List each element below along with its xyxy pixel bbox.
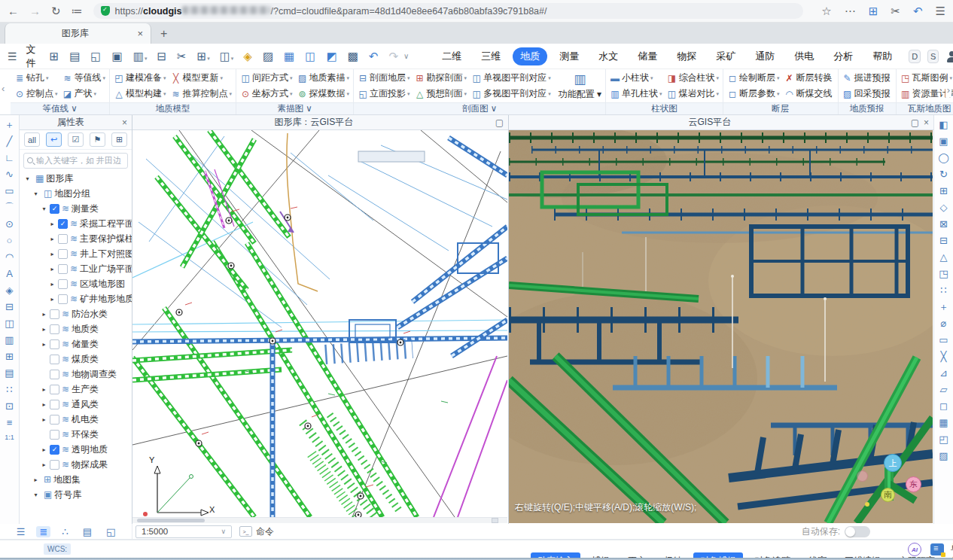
- tree-expand-icon[interactable]: ▾: [32, 492, 39, 498]
- back-icon[interactable]: ←: [8, 5, 19, 17]
- tree-checkbox[interactable]: [58, 264, 68, 274]
- tree-checkbox[interactable]: [58, 249, 68, 259]
- tree-checkbox[interactable]: [58, 234, 68, 244]
- draw-tool-icon[interactable]: ∟: [5, 153, 14, 163]
- quick-access-button[interactable]: ◫: [305, 50, 316, 62]
- menu-tab[interactable]: 供电: [787, 47, 821, 65]
- quick-access-button[interactable]: ▥▾: [133, 50, 148, 62]
- function-config-button[interactable]: ▥功能配置 ▾: [555, 69, 605, 102]
- browser-menu-icon[interactable]: ☰: [936, 5, 945, 17]
- scale-select[interactable]: 1:5000 ∨: [135, 525, 232, 538]
- draw-tool-icon[interactable]: ▥: [5, 335, 14, 345]
- tree-item[interactable]: ▸ ≋ 储量类: [20, 336, 132, 352]
- sidebar-view-button[interactable]: ▤: [80, 526, 95, 537]
- tree-expand-icon[interactable]: ▸: [49, 281, 56, 288]
- tree-item[interactable]: ≋ 环保类: [20, 427, 132, 442]
- tree-expand-icon[interactable]: ▾: [32, 190, 39, 197]
- ribbon-button[interactable]: ⊚探煤数据▾: [295, 87, 352, 100]
- tree-item[interactable]: ▸ ≋ 透明地质: [20, 442, 132, 457]
- menu-tab[interactable]: 地质: [513, 47, 547, 65]
- menu-tab[interactable]: 通防: [747, 47, 782, 65]
- autosave-toggle[interactable]: [845, 526, 870, 537]
- more-options-icon[interactable]: ⋯: [845, 5, 856, 17]
- tree-checkbox[interactable]: [50, 370, 59, 379]
- draw-tool-icon[interactable]: ≡: [7, 418, 13, 428]
- ribbon-button[interactable]: ╳模型更新▾: [169, 72, 235, 84]
- draw-tool-icon[interactable]: A: [6, 269, 13, 278]
- tree-item[interactable]: ▾ ▣ 符号库: [20, 487, 132, 502]
- ribbon-button[interactable]: ◠断煤交线: [782, 87, 836, 100]
- gizmo-west-icon[interactable]: [857, 470, 868, 482]
- tree-checkbox[interactable]: [50, 355, 59, 364]
- s-mode-button[interactable]: S: [927, 50, 939, 63]
- ribbon-button[interactable]: ▬小柱状▾: [607, 72, 665, 84]
- menu-tab[interactable]: 帮助: [865, 47, 900, 65]
- quick-access-button[interactable]: ▩: [348, 50, 359, 62]
- apps-grid-icon[interactable]: ⊞: [869, 5, 878, 17]
- draw-tool-icon[interactable]: ∿: [5, 169, 14, 179]
- view-tool-icon[interactable]: ▨: [939, 451, 948, 461]
- ribbon-group-label[interactable]: 等值线 ∨: [11, 102, 109, 114]
- ribbon-button[interactable]: ✗断层转换: [782, 72, 836, 84]
- forward-icon[interactable]: →: [29, 5, 41, 17]
- view-tool-icon[interactable]: ⊠: [939, 219, 948, 229]
- menu-tab[interactable]: 分析: [826, 47, 860, 65]
- tree-checkbox[interactable]: [58, 219, 68, 229]
- ribbon-button[interactable]: ▨地质素描▾: [295, 72, 352, 84]
- ribbon-button[interactable]: ◻绘制断层▾: [725, 72, 782, 84]
- tree-item[interactable]: ▸ ≋ 采掘工程平面图: [20, 216, 132, 231]
- tree-item[interactable]: ▸ ≋ 矿井地形地质图: [20, 291, 132, 306]
- history-rollback-icon[interactable]: ↶: [913, 5, 923, 17]
- tree-item[interactable]: ≋ 煤质类: [20, 352, 132, 367]
- draw-tool-icon[interactable]: ⊟: [5, 302, 14, 312]
- tree-item[interactable]: ▸ ≋ 工业广场平面图: [20, 261, 132, 276]
- tree-expand-icon[interactable]: ▾: [41, 205, 47, 212]
- draw-tool-icon[interactable]: ◈: [6, 285, 14, 295]
- layer-filter-button[interactable]: all: [24, 132, 40, 147]
- tree-checkbox[interactable]: [58, 279, 68, 289]
- tree-item[interactable]: ▾ ▦ 图形库: [20, 171, 132, 186]
- tree-expand-icon[interactable]: ▸: [49, 296, 56, 303]
- tree-expand-icon[interactable]: ▸: [41, 341, 47, 348]
- ribbon-scroll-right-icon[interactable]: ›: [945, 83, 951, 97]
- tab-close-icon[interactable]: ×: [137, 28, 143, 39]
- menu-tab[interactable]: 三维: [473, 47, 508, 65]
- ribbon-button[interactable]: ✎掘进预报: [840, 72, 894, 84]
- draw-tool-icon[interactable]: ⊞: [5, 352, 14, 361]
- tree-item[interactable]: ▸ ≋ 区域地形图: [20, 276, 132, 291]
- quick-access-button[interactable]: ↷: [388, 50, 399, 62]
- tree-checkbox[interactable]: [50, 415, 59, 425]
- tree-checkbox[interactable]: [50, 430, 59, 440]
- bookmark-star-icon[interactable]: ☆: [821, 5, 831, 17]
- tree-checkbox[interactable]: [50, 324, 59, 334]
- draw-tool-icon[interactable]: ⊡: [5, 401, 14, 411]
- quick-access-button[interactable]: ⊞▾: [197, 50, 210, 62]
- quick-access-button[interactable]: ◩: [326, 50, 337, 62]
- sidebar-view-button[interactable]: ≣: [36, 526, 50, 537]
- quick-access-button[interactable]: ▨: [263, 50, 274, 62]
- view-tool-icon[interactable]: △: [940, 252, 948, 262]
- quick-access-button[interactable]: ⊟: [157, 50, 167, 62]
- quick-access-button[interactable]: ◫▾: [220, 50, 234, 62]
- ribbon-button[interactable]: ◫单视图平剖对应▾: [469, 72, 553, 84]
- ribbon-button[interactable]: ≋等值线▾: [60, 72, 108, 84]
- tree-item[interactable]: ≋ 地物调查类: [20, 367, 132, 382]
- ribbon-group-label[interactable]: 剖面图 ∨: [354, 102, 605, 114]
- tree-expand-icon[interactable]: ▸: [41, 386, 47, 393]
- view-tool-icon[interactable]: ↻: [939, 169, 948, 179]
- horizontal-scrollbar[interactable]: [132, 517, 507, 523]
- quick-access-button[interactable]: ▣: [112, 50, 123, 62]
- tree-expand-icon[interactable]: ▸: [49, 251, 56, 257]
- snip-icon[interactable]: ✂: [891, 5, 900, 17]
- draw-tool-icon[interactable]: ▤: [5, 368, 14, 378]
- d-mode-button[interactable]: D: [909, 50, 921, 63]
- view-tool-icon[interactable]: ◰: [939, 434, 948, 444]
- ribbon-group-label[interactable]: 素描图 ∨: [236, 102, 353, 114]
- view-tool-icon[interactable]: ◧: [939, 120, 948, 129]
- menu-tab[interactable]: 测量: [552, 47, 586, 65]
- quick-access-more-icon[interactable]: ∨: [403, 52, 409, 60]
- quick-access-button[interactable]: ▦: [284, 50, 295, 62]
- security-shield-icon[interactable]: [101, 6, 110, 16]
- map-2d-canvas[interactable]: .gb{stroke:#2fbf3a;stroke-width:7;fill:n…: [132, 130, 507, 523]
- panel-close-icon[interactable]: ×: [122, 117, 127, 128]
